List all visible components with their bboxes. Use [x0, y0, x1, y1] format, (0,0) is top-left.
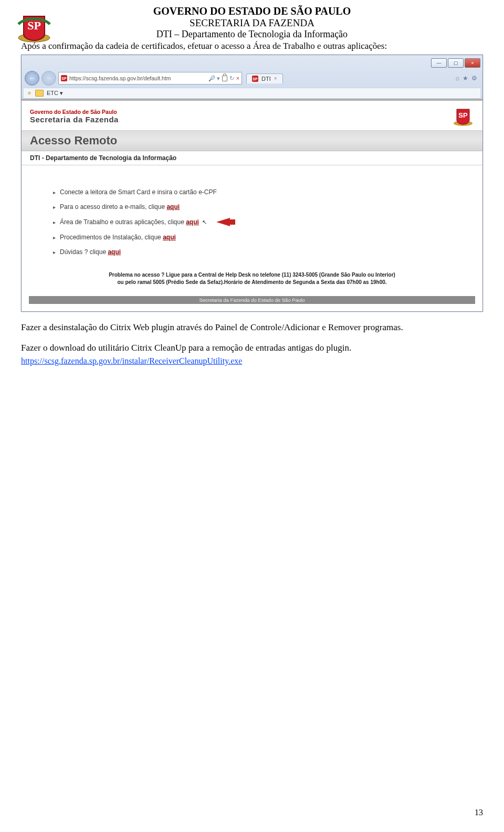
- window-minimize-button[interactable]: —: [431, 58, 447, 68]
- folder-icon: [35, 90, 44, 97]
- stop-icon[interactable]: ×: [236, 75, 239, 81]
- paragraph-desinstalacao: Fazer a desinstalação do Citrix Web plug…: [21, 322, 483, 333]
- browser-tab[interactable]: SP DTI ×: [246, 73, 283, 83]
- document-header: SP GOVERNO DO ESTADO DE SÃO PAULO SECRET…: [21, 5, 483, 40]
- cursor-icon: ↖: [202, 219, 207, 226]
- portal-sub-banner: DTI - Departamento de Tecnologia da Info…: [22, 151, 482, 165]
- tab-favicon: SP: [252, 76, 258, 82]
- paragraph-download: Fazer o download do utilitário Citrix Cl…: [21, 343, 483, 353]
- portal-item-duvidas: ▸ Dúvidas ? clique aqui: [53, 248, 451, 256]
- link-email-aqui[interactable]: aqui: [166, 203, 180, 210]
- bullet-icon: ▸: [53, 204, 56, 210]
- favorites-icon[interactable]: ★: [463, 75, 468, 82]
- bullet-icon: ▸: [53, 189, 56, 195]
- bullet-icon: ▸: [53, 249, 56, 255]
- star-icon: ★: [27, 90, 32, 96]
- portal-crest-icon: SP: [452, 105, 474, 127]
- lock-icon: [222, 76, 227, 81]
- portal-footer: Secretaria da Fazenda do Estado de São P…: [29, 296, 475, 304]
- link-area-trabalho-aqui[interactable]: aqui: [186, 218, 199, 226]
- portal-banner: Acesso Remoto: [22, 131, 482, 151]
- header-line3: DTI – Departamento de Tecnologia da Info…: [21, 29, 483, 40]
- link-procedimentos-aqui[interactable]: aqui: [163, 234, 176, 241]
- tab-title: DTI: [261, 76, 271, 82]
- helpdesk-info: Problema no acesso ? Ligue para a Centra…: [53, 271, 451, 286]
- search-dropdown-icon[interactable]: 🔎 ▾: [208, 75, 220, 82]
- state-crest-icon: SP: [16, 8, 52, 45]
- intro-paragraph: Após a confirmação da cadeia de certific…: [21, 41, 483, 51]
- bullet-icon: ▸: [53, 235, 56, 240]
- portal-page: Governo do Estado de São Paulo Secretari…: [22, 99, 482, 311]
- cleanup-utility-link[interactable]: https://scsg.fazenda.sp.gov.br/instalar/…: [21, 356, 242, 365]
- window-maximize-button[interactable]: ▢: [448, 58, 464, 68]
- portal-item-email: ▸ Para o acesso direto a e-mails, clique…: [53, 203, 451, 210]
- svg-text:SP: SP: [458, 111, 468, 119]
- favorites-item[interactable]: ETC ▾: [47, 90, 63, 97]
- portal-item-procedimentos: ▸ Procedimentos de Instalação, clique aq…: [53, 234, 451, 241]
- nav-forward-button[interactable]: →: [41, 71, 56, 86]
- tab-close-icon[interactable]: ×: [274, 76, 277, 81]
- favorites-bar[interactable]: ★ ETC ▾: [24, 88, 480, 99]
- svg-text:SP: SP: [253, 77, 258, 81]
- portal-gov-line: Governo do Estado de São Paulo: [30, 109, 119, 115]
- page-number: 13: [475, 808, 483, 817]
- address-bar[interactable]: SP https://scsg.fazenda.sp.gov.br/defaul…: [58, 72, 242, 85]
- svg-text:SP: SP: [61, 77, 67, 80]
- bullet-icon: ▸: [53, 219, 56, 225]
- red-arrow-icon: [216, 218, 230, 226]
- refresh-icon[interactable]: ↻: [229, 75, 234, 81]
- site-crest-icon: SP: [61, 75, 67, 81]
- tools-icon[interactable]: ⚙: [471, 75, 477, 82]
- portal-sec-line: Secretaria da Fazenda: [30, 115, 119, 124]
- url-text: https://scsg.fazenda.sp.gov.br/default.h…: [69, 75, 171, 81]
- portal-item-area-trabalho: ▸ Área de Trabalho e outras aplicações, …: [53, 218, 451, 226]
- header-line2: SECRETARIA DA FAZENDA: [21, 17, 483, 29]
- home-icon[interactable]: ⌂: [456, 75, 459, 82]
- header-line1: GOVERNO DO ESTADO DE SÃO PAULO: [21, 5, 483, 17]
- browser-screenshot: — ▢ × ← → SP https://scsg.fazenda.sp.gov…: [21, 55, 483, 312]
- window-close-button[interactable]: ×: [465, 58, 480, 68]
- portal-item-smartcard: ▸ Conecte a leitora de Smart Card e insi…: [53, 188, 451, 196]
- nav-back-button[interactable]: ←: [25, 71, 39, 86]
- svg-text:SP: SP: [27, 19, 41, 32]
- link-duvidas-aqui[interactable]: aqui: [108, 248, 121, 256]
